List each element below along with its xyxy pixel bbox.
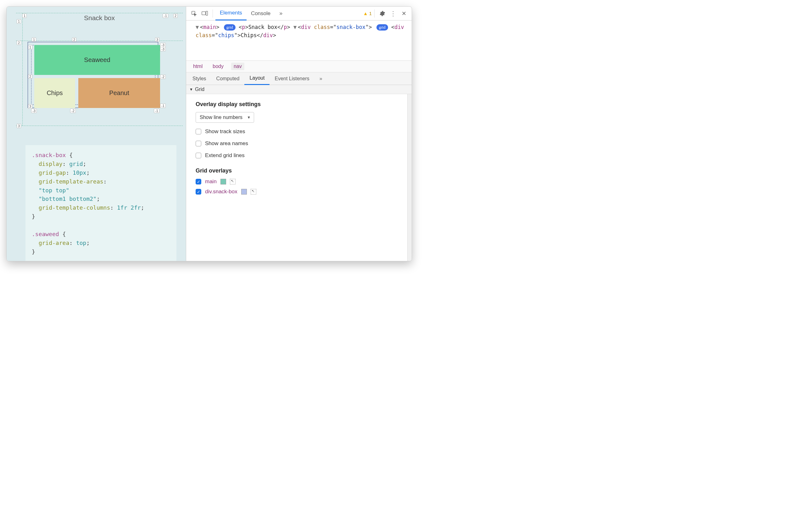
reveal-element-icon[interactable] <box>230 179 235 184</box>
line-num: 3 <box>28 104 32 109</box>
line-num: -1 <box>163 14 168 18</box>
code-val: grid <box>69 160 83 167</box>
checkbox-show-area-names[interactable]: Show area names <box>195 140 401 147</box>
subtabs-overflow-icon[interactable]: » <box>315 72 328 85</box>
line-num: 1 <box>22 14 27 18</box>
checkbox-extend-grid-lines[interactable]: Extend grid lines <box>195 152 401 159</box>
sidebar-tabs: Styles Computed Layout Event Listeners » <box>186 72 412 85</box>
dom-tree[interactable]: ▼<main> grid <p>Snack box</p> ▼<div clas… <box>186 20 412 61</box>
subtab-computed[interactable]: Computed <box>211 72 245 85</box>
grid-badge[interactable]: grid <box>224 24 235 30</box>
overlay-name[interactable]: main <box>205 179 217 185</box>
dom-text: Snack box <box>248 24 277 30</box>
code-val: 1fr 2fr <box>117 204 141 211</box>
line-num: 2 <box>17 41 21 45</box>
cell-seaweed: Seaweed <box>34 45 160 75</box>
section-caret-icon: ▼ <box>189 87 193 92</box>
code-brace: } <box>32 213 35 220</box>
outer-grid-line-h1 <box>16 13 183 13</box>
svg-rect-1 <box>202 12 206 15</box>
dom-tag: div <box>394 24 404 30</box>
scrollbar[interactable] <box>407 94 412 261</box>
checkbox-icon <box>195 129 201 135</box>
subtab-styles[interactable]: Styles <box>187 72 211 85</box>
grid-overlay-item: div.snack-box <box>195 188 401 195</box>
device-toggle-icon[interactable] <box>201 10 209 18</box>
line-num: -3 <box>160 43 166 47</box>
warning-badge[interactable]: ▲1 <box>363 11 372 16</box>
color-swatch[interactable] <box>241 189 247 195</box>
breadcrumb-item[interactable]: body <box>210 62 226 70</box>
code-prop: grid-area <box>39 240 70 246</box>
checkbox-label: Show track sizes <box>205 128 245 135</box>
code-prop: grid-gap <box>39 169 66 176</box>
gear-icon[interactable] <box>378 10 387 18</box>
snack-grid: Seaweed Chips Peanut <box>34 45 160 108</box>
dom-attr: class <box>314 24 330 30</box>
line-num: -1 <box>154 109 159 113</box>
code-str: "bottom1 bottom2" <box>39 195 97 202</box>
tab-console[interactable]: Console <box>247 6 275 20</box>
select-value: Show line numbers <box>200 115 243 120</box>
kebab-menu-icon[interactable]: ⋮ <box>389 10 397 18</box>
layout-pane-body: Overlay display settings Show line numbe… <box>186 94 407 261</box>
line-num: -2 <box>70 109 76 113</box>
breadcrumb-item[interactable]: html <box>191 62 205 70</box>
subtab-layout[interactable]: Layout <box>244 72 270 85</box>
line-num: -1 <box>160 103 166 108</box>
color-swatch[interactable] <box>220 179 226 184</box>
warning-icon: ▲ <box>363 11 368 16</box>
dom-tag: p <box>284 24 287 30</box>
overlay-settings-heading: Overlay display settings <box>195 101 401 108</box>
line-num: 1 <box>32 38 36 42</box>
dom-attr-val: snack-box <box>336 24 365 30</box>
chevron-down-icon: ▼ <box>247 115 251 120</box>
overlay-name[interactable]: div.snack-box <box>205 188 237 195</box>
code-brace: { <box>66 152 73 158</box>
line-num: -3 <box>160 47 166 51</box>
code-val: 10px <box>73 169 86 176</box>
checkbox-icon[interactable] <box>195 189 201 195</box>
dom-tag: div <box>263 32 273 38</box>
css-code-block: .snack-box { display: grid; grid-gap: 10… <box>26 145 176 261</box>
checkbox-icon[interactable] <box>195 179 201 184</box>
cell-peanut: Peanut <box>78 78 160 108</box>
subtab-event-listeners[interactable]: Event Listeners <box>270 72 314 85</box>
dom-tag: main <box>203 24 216 30</box>
code-brace: { <box>59 231 66 237</box>
code-selector: .snack-box <box>32 152 66 158</box>
grid-overlays-heading: Grid overlays <box>195 167 401 174</box>
code-brace: } <box>32 248 35 255</box>
checkbox-label: Extend grid lines <box>205 152 245 159</box>
tab-elements[interactable]: Elements <box>215 6 247 20</box>
warning-count: 1 <box>369 11 372 16</box>
grid-overlay-item: main <box>195 179 401 185</box>
breadcrumb-item-selected[interactable]: nav <box>231 62 244 70</box>
checkbox-show-track-sizes[interactable]: Show track sizes <box>195 128 401 135</box>
devtools-toolbar: Elements Console » ▲1 ⋮ ✕ <box>186 6 412 20</box>
devtools-window: 1 -1 2 1 2 3 Snack box 1 2 3 -3 1 2 3 -3… <box>6 6 412 261</box>
checkbox-icon <box>195 153 201 158</box>
line-num: 2 <box>72 38 76 42</box>
code-prop: display <box>39 160 62 167</box>
dom-tag: div <box>301 24 311 30</box>
checkbox-icon <box>195 141 201 146</box>
section-title: Grid <box>195 87 204 92</box>
grid-badge[interactable]: grid <box>376 24 388 30</box>
code-str: "top top" <box>39 187 70 194</box>
tabs-overflow-icon[interactable]: » <box>275 6 287 20</box>
dom-text: Chips <box>241 32 257 38</box>
dom-tag: p <box>242 24 245 30</box>
line-num: 3 <box>155 38 159 42</box>
inspect-icon[interactable] <box>190 10 198 18</box>
reveal-element-icon[interactable] <box>251 189 256 195</box>
rendered-page-panel: 1 -1 2 1 2 3 Snack box 1 2 3 -3 1 2 3 -3… <box>6 6 186 261</box>
line-num: -3 <box>31 109 37 113</box>
close-icon[interactable]: ✕ <box>400 10 408 18</box>
dom-breadcrumb: html body nav <box>186 61 412 72</box>
dom-attr-val: chips <box>218 32 234 38</box>
section-grid-header[interactable]: ▼ Grid <box>186 85 412 94</box>
line-numbers-select[interactable]: Show line numbers ▼ <box>195 112 254 123</box>
line-num: 2 <box>173 14 178 18</box>
line-num: -2 <box>160 74 166 79</box>
